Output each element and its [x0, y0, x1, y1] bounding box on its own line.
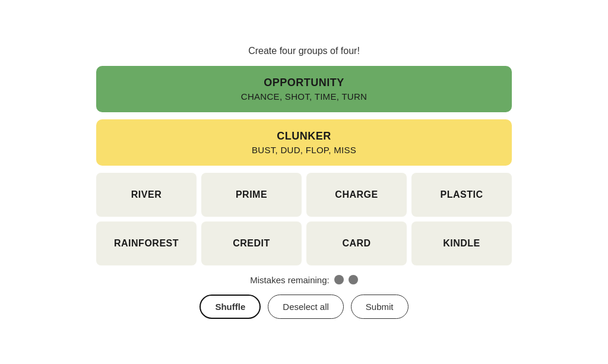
tile-kindle[interactable]: KINDLE: [411, 221, 512, 265]
tile-prime[interactable]: PRIME: [201, 173, 302, 217]
mistake-dot-1: [334, 275, 344, 284]
tile-card[interactable]: CARD: [306, 221, 407, 265]
game-container: Create four groups of four! OPPORTUNITY …: [96, 46, 512, 319]
deselect-button[interactable]: Deselect all: [268, 295, 344, 319]
grid-row-2: RAINFOREST CREDIT CARD KINDLE: [96, 221, 512, 265]
solved-row-opportunity: OPPORTUNITY CHANCE, SHOT, TIME, TURN: [96, 66, 512, 112]
grid-row-1: RIVER PRIME CHARGE PLASTIC: [96, 173, 512, 217]
solved-row-clunker: CLUNKER BUST, DUD, FLOP, MISS: [96, 119, 512, 166]
mistakes-row: Mistakes remaining:: [250, 275, 357, 285]
submit-button[interactable]: Submit: [351, 295, 408, 319]
mistake-dot-2: [349, 275, 358, 284]
shuffle-button[interactable]: Shuffle: [200, 295, 261, 319]
tile-credit[interactable]: CREDIT: [201, 221, 302, 265]
solved-words-clunker: BUST, DUD, FLOP, MISS: [252, 145, 356, 155]
tile-grid: RIVER PRIME CHARGE PLASTIC RAINFOREST CR…: [96, 173, 512, 265]
solved-words-opportunity: CHANCE, SHOT, TIME, TURN: [241, 91, 368, 102]
subtitle: Create four groups of four!: [248, 46, 360, 56]
tile-plastic[interactable]: PLASTIC: [411, 173, 512, 217]
solved-title-clunker: CLUNKER: [277, 130, 331, 143]
solved-title-opportunity: OPPORTUNITY: [264, 77, 344, 89]
mistakes-label: Mistakes remaining:: [250, 275, 329, 285]
tile-rainforest[interactable]: RAINFOREST: [96, 221, 197, 265]
tile-river[interactable]: RIVER: [96, 173, 197, 217]
tile-charge[interactable]: CHARGE: [306, 173, 407, 217]
action-buttons: Shuffle Deselect all Submit: [200, 295, 408, 319]
